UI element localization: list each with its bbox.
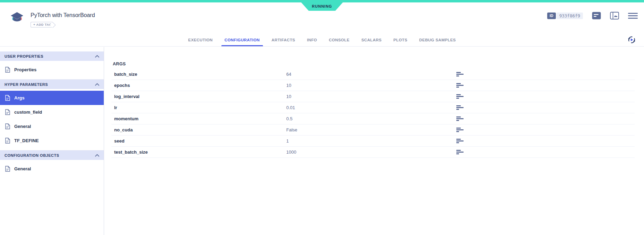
param-value: False — [286, 127, 456, 132]
align-left-icon — [456, 83, 464, 88]
sidebar: USER PROPERTIES Properties — [0, 47, 104, 235]
id-label: ID — [547, 13, 556, 19]
section-title: USER PROPERTIES — [5, 54, 43, 58]
details-panel-icon[interactable] — [592, 12, 601, 19]
param-row[interactable]: test_batch_size 1000 — [111, 147, 635, 158]
experiment-type-icon — [10, 11, 24, 24]
sidebar-item-general[interactable]: General — [0, 119, 104, 133]
align-left-icon — [456, 116, 464, 121]
sidebar-item-label: TF_DEFINE — [14, 138, 39, 143]
sidebar-item-properties[interactable]: Properties — [0, 63, 104, 77]
sidebar-item-args[interactable]: Args — [0, 91, 104, 105]
align-left-icon — [456, 72, 464, 76]
param-row[interactable]: momentum 0.5 — [111, 113, 635, 124]
section-title: HYPER PARAMETERS — [5, 82, 48, 87]
menu-icon[interactable] — [628, 12, 638, 19]
section-title-args: ARGS — [113, 62, 644, 66]
param-value: 64 — [286, 72, 456, 77]
tab-configuration[interactable]: CONFIGURATION — [224, 34, 260, 46]
tab-console[interactable]: CONSOLE — [329, 34, 350, 46]
param-name: batch_size — [114, 72, 286, 77]
param-name: seed — [114, 138, 286, 144]
param-row[interactable]: lr 0.01 — [111, 102, 635, 113]
param-value: 0.5 — [286, 116, 456, 121]
chevron-up-icon[interactable] — [95, 83, 99, 86]
document-icon — [5, 138, 10, 144]
section-items: General — [0, 160, 104, 177]
document-icon — [5, 166, 10, 172]
sidebar-section-user-properties: USER PROPERTIES Properties — [0, 51, 104, 78]
param-name: lr — [114, 105, 286, 110]
param-value: 1000 — [286, 149, 456, 155]
status-label: RUNNING — [312, 4, 332, 8]
document-icon — [5, 95, 10, 101]
align-left-icon — [456, 150, 464, 154]
param-name: test_batch_size — [114, 149, 286, 155]
header-actions: ID 933f86f9 — [547, 12, 638, 19]
sidebar-item-label: General — [14, 124, 31, 129]
preview-panel-icon[interactable] — [610, 12, 619, 19]
param-value: 10 — [286, 94, 456, 99]
align-left-icon — [456, 105, 464, 110]
title-block: PyTorch with TensorBoard + ADD TAG — [31, 12, 95, 27]
tab-execution[interactable]: EXECUTION — [188, 34, 213, 46]
experiment-page: RUNNING PyTorch with TensorBoard + ADD T… — [0, 0, 644, 235]
sidebar-item-general-config[interactable]: General — [0, 162, 104, 176]
section-header-configuration-objects[interactable]: CONFIGURATION OBJECTS — [0, 151, 104, 160]
param-name: log_interval — [114, 94, 286, 99]
document-icon — [5, 123, 10, 129]
param-value: 1 — [286, 138, 456, 144]
tab-plots[interactable]: PLOTS — [393, 34, 407, 46]
sidebar-item-label: Properties — [14, 67, 36, 72]
align-left-icon — [456, 94, 464, 99]
sidebar-item-label: Args — [14, 95, 25, 100]
param-row[interactable]: seed 1 — [111, 136, 635, 147]
sidebar-section-hyper-parameters: HYPER PARAMETERS Args — [0, 79, 104, 149]
configuration-panel: ARGS batch_size 64 epochs 10 log_interva… — [104, 47, 644, 235]
param-value: 0.01 — [286, 105, 456, 110]
align-left-icon — [456, 139, 464, 143]
param-row[interactable]: batch_size 64 — [111, 69, 635, 80]
tab-info[interactable]: INFO — [307, 34, 317, 46]
param-value: 10 — [286, 83, 456, 88]
param-row[interactable]: no_cuda False — [111, 124, 635, 136]
param-name: no_cuda — [114, 127, 286, 132]
document-icon — [5, 109, 10, 115]
param-row[interactable]: log_interval 10 — [111, 91, 635, 102]
chevron-up-icon[interactable] — [95, 55, 99, 58]
add-tag-button[interactable]: + ADD TAG — [31, 22, 53, 27]
auto-refresh-icon[interactable] — [627, 35, 636, 44]
status-bar — [0, 0, 644, 2]
param-table: batch_size 64 epochs 10 log_interval 10 … — [111, 69, 635, 158]
section-items: Args custom_field — [0, 89, 104, 149]
tab-scalars[interactable]: SCALARS — [361, 34, 381, 46]
document-icon — [5, 67, 10, 73]
experiment-title: PyTorch with TensorBoard — [31, 12, 95, 18]
sidebar-item-tf-define[interactable]: TF_DEFINE — [0, 133, 104, 148]
align-left-icon — [456, 128, 464, 132]
sidebar-section-configuration-objects: CONFIGURATION OBJECTS General — [0, 150, 104, 177]
chevron-up-icon[interactable] — [95, 154, 99, 157]
sidebar-item-label: custom_field — [14, 110, 42, 115]
param-name: epochs — [114, 83, 286, 88]
section-items: Properties — [0, 61, 104, 78]
tab-artifacts[interactable]: ARTIFACTS — [272, 34, 295, 46]
sidebar-item-custom-field[interactable]: custom_field — [0, 105, 104, 119]
section-title: CONFIGURATION OBJECTS — [5, 153, 59, 157]
experiment-id: 933f86f9 — [557, 13, 583, 19]
tab-bar: EXECUTION CONFIGURATION ARTIFACTS INFO C… — [0, 34, 644, 46]
param-name: momentum — [114, 116, 286, 121]
section-header-hyper-parameters[interactable]: HYPER PARAMETERS — [0, 80, 104, 89]
sidebar-item-label: General — [14, 166, 31, 171]
section-header-user-properties[interactable]: USER PROPERTIES — [0, 51, 104, 61]
content-body: USER PROPERTIES Properties — [0, 47, 644, 235]
param-row[interactable]: epochs 10 — [111, 80, 635, 91]
tab-debug-samples[interactable]: DEBUG SAMPLES — [419, 34, 456, 46]
